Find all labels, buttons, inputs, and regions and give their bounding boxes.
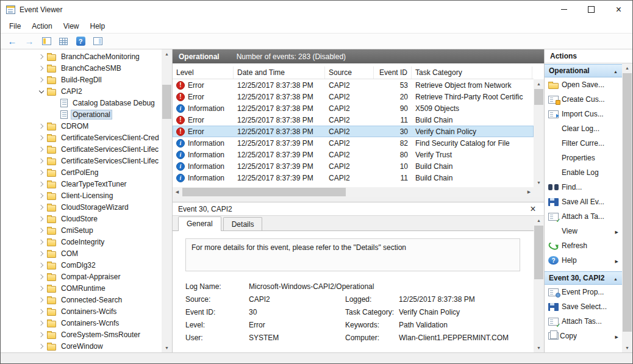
scroll-thumb[interactable]	[623, 73, 632, 332]
scroll-left-icon[interactable]	[173, 187, 182, 197]
tree-item-capi2[interactable]: CAPI2	[1, 85, 162, 97]
chevron-collapsed-icon[interactable]	[36, 340, 46, 352]
event-row[interactable]: Information12/25/2017 8:37:39 PMCAPI282F…	[173, 137, 534, 149]
actions-section-header-event-30-capi2[interactable]: Event 30, CAPI2	[545, 271, 622, 285]
tree-item-cdrom[interactable]: CDROM	[1, 120, 162, 132]
tree-item-cloudstore[interactable]: CloudStore	[1, 213, 162, 224]
menu-help[interactable]: Help	[85, 20, 111, 32]
tree-item-cmisetup[interactable]: CmiSetup	[1, 224, 162, 236]
pane-splitter[interactable]	[173, 197, 544, 202]
menu-file[interactable]: File	[4, 20, 26, 32]
event-row[interactable]: Information12/25/2017 8:37:38 PMCAPI290X…	[173, 102, 534, 114]
tree-item-containers-wcnfs[interactable]: Containers-Wcnfs	[1, 317, 162, 329]
action-attach-a-ta[interactable]: Attach a Ta...	[545, 209, 622, 224]
events-vertical-scrollbar[interactable]	[534, 79, 544, 187]
action-import-cus[interactable]: Import Cus...	[545, 107, 622, 121]
column-header-source[interactable]: Source	[325, 66, 374, 79]
tree-item-certpoleng[interactable]: CertPolEng	[1, 166, 162, 178]
chevron-collapsed-icon[interactable]	[36, 294, 46, 305]
menu-action[interactable]: Action	[26, 20, 57, 32]
chevron-collapsed-icon[interactable]	[36, 329, 46, 340]
close-button[interactable]	[605, 1, 632, 18]
menu-view[interactable]: View	[58, 20, 85, 32]
show-console-tree-button[interactable]	[38, 34, 54, 48]
tree-item-connected-search[interactable]: Connected-Search	[1, 294, 162, 305]
chevron-collapsed-icon[interactable]	[36, 201, 46, 213]
tab-general[interactable]: General	[178, 216, 221, 231]
preview-close-icon[interactable]	[528, 204, 538, 214]
action-refresh[interactable]: Refresh	[545, 238, 622, 253]
chevron-collapsed-icon[interactable]	[36, 62, 46, 74]
chevron-collapsed-icon[interactable]	[36, 74, 46, 85]
tree-item-build-regdll[interactable]: Build-RegDll	[1, 74, 162, 85]
scroll-thumb[interactable]	[534, 89, 543, 105]
tree-item-branchcachesmb[interactable]: BranchCacheSMB	[1, 62, 162, 74]
action-attach-tas[interactable]: Attach Tas...	[545, 314, 622, 329]
action-view[interactable]: View	[545, 224, 622, 238]
chevron-collapsed-icon[interactable]	[36, 51, 46, 62]
help-button[interactable]	[73, 34, 88, 48]
chevron-collapsed-icon[interactable]	[36, 213, 46, 224]
action-find[interactable]: Find...	[545, 180, 622, 194]
action-properties[interactable]: Properties	[545, 151, 622, 165]
scroll-up-icon[interactable]	[622, 63, 632, 73]
action-copy[interactable]: Copy	[545, 329, 622, 343]
event-row[interactable]: Error12/25/2017 8:37:38 PMCAPI220Retriev…	[173, 91, 534, 102]
chevron-collapsed-icon[interactable]	[36, 317, 46, 329]
action-create-cus[interactable]: Create Cus...	[545, 92, 622, 107]
chevron-collapsed-icon[interactable]	[36, 178, 46, 190]
collapse-icon[interactable]	[613, 274, 618, 282]
event-row[interactable]: Information12/25/2017 8:37:39 PMCAPI210B…	[173, 160, 534, 172]
chevron-collapsed-icon[interactable]	[36, 248, 46, 259]
event-row[interactable]: Information12/25/2017 8:37:39 PMCAPI211B…	[173, 172, 534, 184]
tree-item-cloudstoragewizard[interactable]: CloudStorageWizard	[1, 201, 162, 213]
action-event-prop[interactable]: Event Prop...	[545, 285, 622, 299]
scroll-thumb[interactable]	[162, 85, 171, 119]
action-open-save[interactable]: Open Save...	[545, 77, 622, 92]
column-header-event-id[interactable]: Event ID	[374, 66, 412, 79]
actions-section-header-operational[interactable]: Operational	[545, 64, 622, 77]
event-row[interactable]: Error12/25/2017 8:37:38 PMCAPI230Verify …	[173, 126, 534, 137]
tree-item-coresystem-smsrouter[interactable]: CoreSystem-SmsRouter	[1, 329, 162, 340]
scroll-thumb[interactable]	[534, 226, 543, 279]
chevron-collapsed-icon[interactable]	[36, 259, 46, 271]
events-horizontal-scrollbar[interactable]	[173, 187, 534, 197]
maximize-button[interactable]	[578, 1, 605, 18]
tree-item-compat-appraiser[interactable]: Compat-Appraiser	[1, 271, 162, 282]
tree-item-operational[interactable]: Operational	[1, 109, 162, 120]
column-header-date-and-time[interactable]: Date and Time	[234, 66, 325, 79]
tree-item-cleartypetexttuner[interactable]: ClearTypeTextTuner	[1, 178, 162, 190]
scroll-thumb[interactable]	[182, 188, 346, 196]
scroll-up-icon[interactable]	[534, 216, 544, 225]
action-enable-log[interactable]: Enable Log	[545, 165, 622, 180]
event-row[interactable]: Error12/25/2017 8:37:38 PMCAPI253Retriev…	[173, 79, 534, 91]
tree-item-branchcachemonitoring[interactable]: BranchCacheMonitoring	[1, 51, 162, 62]
column-header-task-category[interactable]: Task Category	[412, 66, 532, 79]
preview-scrollbar[interactable]	[534, 216, 544, 352]
tree-item-comdlg32[interactable]: ComDlg32	[1, 259, 162, 271]
collapse-icon[interactable]	[613, 66, 618, 75]
tree-item-client-licensing[interactable]: Client-Licensing	[1, 190, 162, 201]
tree-item-codeintegrity[interactable]: CodeIntegrity	[1, 236, 162, 248]
action-save-select[interactable]: Save Select...	[545, 299, 622, 314]
chevron-collapsed-icon[interactable]	[36, 305, 46, 317]
actions-scrollbar[interactable]	[622, 63, 632, 352]
action-save-all-ev[interactable]: Save All Ev...	[545, 194, 622, 209]
scroll-up-icon[interactable]	[534, 79, 544, 88]
chevron-expanded-icon[interactable]	[36, 85, 46, 97]
tree-item-comruntime[interactable]: COMRuntime	[1, 282, 162, 294]
tree-item-certificateservicesclient-cred[interactable]: CertificateServicesClient-Cred	[1, 132, 162, 143]
chevron-collapsed-icon[interactable]	[36, 282, 46, 294]
scroll-down-icon[interactable]	[534, 343, 544, 352]
action-clear-log[interactable]: Clear Log...	[545, 121, 622, 136]
tree-item-com[interactable]: COM	[1, 248, 162, 259]
tree-item-corewindow[interactable]: CoreWindow	[1, 340, 162, 352]
chevron-collapsed-icon[interactable]	[36, 120, 46, 132]
action-help[interactable]: Help	[545, 253, 622, 268]
chevron-collapsed-icon[interactable]	[36, 224, 46, 236]
event-row[interactable]: Information12/25/2017 8:37:39 PMCAPI280V…	[173, 149, 534, 160]
show-action-pane-button[interactable]	[90, 34, 106, 48]
chevron-collapsed-icon[interactable]	[36, 155, 46, 166]
scroll-down-icon[interactable]	[622, 343, 632, 352]
scroll-up-icon[interactable]	[162, 49, 172, 59]
